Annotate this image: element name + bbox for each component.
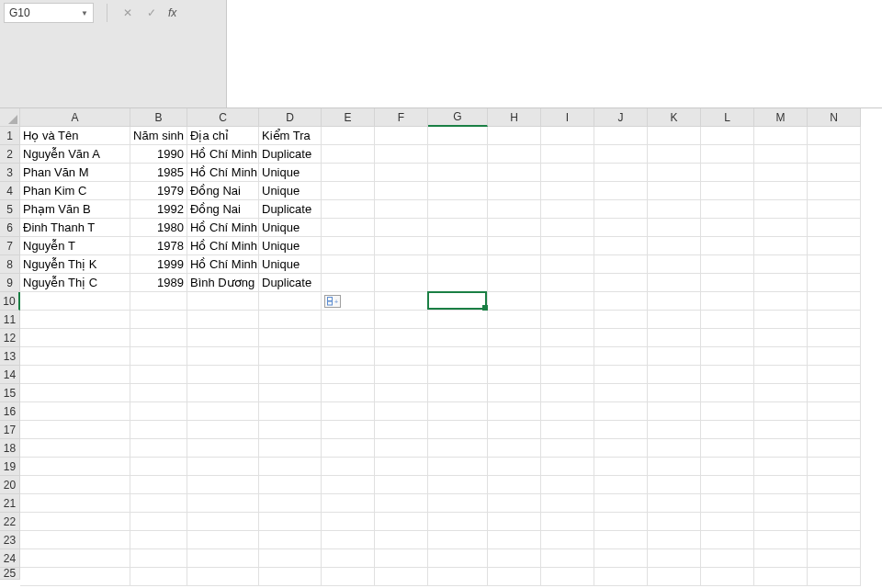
column-header[interactable]: G <box>428 108 488 127</box>
cell[interactable]: Kiểm Tra <box>259 127 322 145</box>
cell[interactable] <box>808 494 861 513</box>
cell[interactable] <box>541 513 594 531</box>
cell[interactable] <box>808 237 861 255</box>
cell[interactable] <box>428 568 488 586</box>
cell[interactable] <box>808 366 861 384</box>
cell[interactable] <box>187 366 259 384</box>
row-header[interactable]: 15 <box>0 384 20 402</box>
cell[interactable] <box>594 402 648 421</box>
column-header[interactable]: N <box>808 108 861 127</box>
row-header[interactable]: 2 <box>0 145 20 164</box>
cell[interactable] <box>594 311 648 329</box>
cell[interactable] <box>322 219 375 237</box>
cell[interactable] <box>541 458 594 476</box>
cell[interactable] <box>541 255 594 274</box>
cell[interactable] <box>20 476 130 494</box>
cell[interactable] <box>375 127 428 145</box>
row-header[interactable]: 20 <box>0 476 20 494</box>
cell[interactable] <box>648 164 701 182</box>
row-header[interactable]: 7 <box>0 237 20 255</box>
cell[interactable] <box>541 402 594 421</box>
row-header[interactable]: 5 <box>0 200 20 219</box>
cell[interactable] <box>648 366 701 384</box>
cell[interactable] <box>594 292 648 311</box>
cell[interactable] <box>541 568 594 586</box>
cell[interactable] <box>488 329 541 347</box>
cell[interactable] <box>375 513 428 531</box>
cell[interactable]: Duplicate <box>259 200 322 219</box>
cell[interactable] <box>594 494 648 513</box>
cell[interactable] <box>375 311 428 329</box>
cell[interactable] <box>541 494 594 513</box>
cell[interactable] <box>648 531 701 549</box>
row-header[interactable]: 24 <box>0 549 20 568</box>
column-header[interactable]: A <box>20 108 130 127</box>
cell[interactable] <box>20 366 130 384</box>
row-header[interactable]: 11 <box>0 311 20 329</box>
cell[interactable] <box>541 182 594 200</box>
cell[interactable] <box>375 164 428 182</box>
cell[interactable] <box>130 292 187 311</box>
cell[interactable] <box>488 513 541 531</box>
cell[interactable] <box>187 421 259 439</box>
cell[interactable] <box>187 384 259 402</box>
cell[interactable]: Unique <box>259 182 322 200</box>
cell[interactable] <box>259 292 322 311</box>
cell[interactable]: Phạm Văn B <box>20 200 130 219</box>
cell[interactable] <box>259 458 322 476</box>
cell[interactable] <box>541 145 594 164</box>
cell[interactable] <box>808 549 861 568</box>
cell[interactable] <box>428 145 488 164</box>
cell[interactable] <box>187 292 259 311</box>
cell[interactable] <box>322 127 375 145</box>
cell[interactable] <box>648 549 701 568</box>
cell[interactable] <box>648 145 701 164</box>
cell[interactable] <box>754 164 808 182</box>
cell[interactable] <box>187 458 259 476</box>
cell[interactable]: 1978 <box>130 237 187 255</box>
cell[interactable] <box>322 237 375 255</box>
cell[interactable] <box>541 311 594 329</box>
select-all-corner[interactable] <box>0 108 20 127</box>
cell[interactable] <box>375 494 428 513</box>
cell[interactable] <box>375 219 428 237</box>
cell[interactable]: 1980 <box>130 219 187 237</box>
cell[interactable] <box>648 200 701 219</box>
row-header[interactable]: 23 <box>0 531 20 549</box>
cell[interactable] <box>428 347 488 366</box>
cell[interactable] <box>701 274 754 292</box>
cell[interactable] <box>259 513 322 531</box>
cell[interactable] <box>428 274 488 292</box>
cell[interactable] <box>648 219 701 237</box>
cell[interactable] <box>130 568 187 586</box>
cell[interactable] <box>488 274 541 292</box>
cell[interactable] <box>130 476 187 494</box>
cell[interactable] <box>648 384 701 402</box>
cell[interactable] <box>488 476 541 494</box>
cell[interactable] <box>701 439 754 458</box>
cell[interactable]: Bình Dương <box>187 274 259 292</box>
cell[interactable] <box>701 219 754 237</box>
cell[interactable] <box>488 347 541 366</box>
cell[interactable] <box>701 255 754 274</box>
row-header[interactable]: 22 <box>0 513 20 531</box>
cell[interactable]: Đinh Thanh T <box>20 219 130 237</box>
row-header[interactable]: 10 <box>0 292 20 311</box>
cell[interactable] <box>808 402 861 421</box>
cell[interactable] <box>701 421 754 439</box>
cell[interactable] <box>754 421 808 439</box>
cell[interactable] <box>808 568 861 586</box>
cell[interactable] <box>808 311 861 329</box>
cell[interactable] <box>20 568 130 586</box>
cell[interactable] <box>130 513 187 531</box>
column-header[interactable]: C <box>187 108 259 127</box>
cell[interactable]: Unique <box>259 219 322 237</box>
cell[interactable] <box>754 311 808 329</box>
cell[interactable] <box>375 255 428 274</box>
cell[interactable] <box>648 568 701 586</box>
cell[interactable] <box>20 439 130 458</box>
cell[interactable] <box>375 182 428 200</box>
cell[interactable] <box>541 200 594 219</box>
autofill-options-button[interactable]: + <box>324 295 341 308</box>
cell[interactable] <box>428 366 488 384</box>
